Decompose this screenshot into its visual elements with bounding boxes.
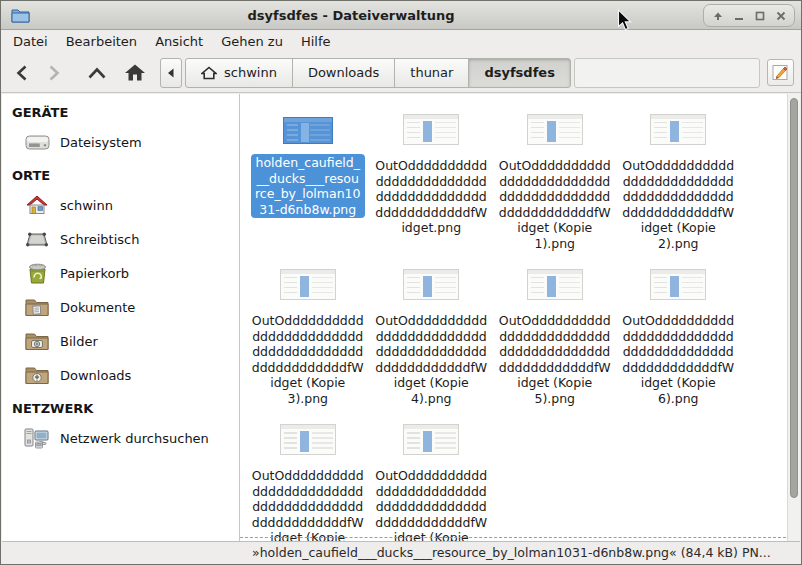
sidebar-header-netzwerk: NETZWERK: [2, 392, 239, 421]
path-button-label: schwinn: [224, 65, 277, 80]
sidebar-item-bilder[interactable]: Bilder: [2, 324, 239, 358]
file-thumbnail[interactable]: [527, 269, 583, 300]
mouse-cursor: [617, 9, 632, 36]
file-item[interactable]: OutOdddddddddd dddddddddddddd dddddddddd…: [370, 412, 494, 541]
pathbar-filler: [574, 58, 760, 88]
sidebar-item-netzwerk-durchsuchen[interactable]: Netzwerk durchsuchen: [2, 421, 239, 455]
network-icon: [24, 426, 50, 450]
home-small-icon: [201, 66, 217, 80]
file-thumbnail[interactable]: [280, 269, 336, 300]
downloads-folder-icon: [24, 363, 50, 387]
window-controls: [703, 4, 795, 27]
sidebar-item-label: Netzwerk durchsuchen: [60, 431, 209, 446]
trash-icon: [24, 261, 50, 285]
file-label: OutOdddddddddd dddddddddddddd dddddddddd…: [375, 468, 487, 541]
path-button-label: Downloads: [308, 65, 379, 80]
file-item[interactable]: OutOdddddddddd dddddddddddddd dddddddddd…: [617, 102, 741, 257]
file-view[interactable]: holden_caufield_ __ducks___resou rce_by_…: [240, 94, 800, 541]
file-label: OutOdddddddddd dddddddddddddd dddddddddd…: [252, 468, 364, 541]
file-thumbnail[interactable]: [527, 114, 583, 145]
menubar: Datei Bearbeiten Ansicht Gehen zu Hilfe: [1, 30, 801, 53]
close-window-button[interactable]: [770, 5, 791, 26]
minimize-window-button[interactable]: [728, 5, 749, 26]
file-item[interactable]: OutOdddddddddd dddddddddddddd dddddddddd…: [246, 257, 370, 412]
file-thumbnail[interactable]: [403, 114, 459, 145]
sidebar-item-label: Downloads: [60, 368, 131, 383]
file-thumbnail[interactable]: [280, 424, 336, 455]
desktop-icon: [24, 227, 50, 251]
scrollbar-thumb[interactable]: [790, 98, 798, 498]
file-item[interactable]: OutOdddddddddd dddddddddddddd dddddddddd…: [617, 257, 741, 412]
back-button[interactable]: [8, 58, 38, 88]
file-label: OutOdddddddddd dddddddddddddd dddddddddd…: [375, 313, 487, 406]
menu-gehen-zu[interactable]: Gehen zu: [212, 30, 292, 53]
sidebar-header-orte: ORTE: [2, 159, 239, 188]
sidebar-item-downloads[interactable]: Downloads: [2, 358, 239, 392]
menu-hilfe[interactable]: Hilfe: [292, 30, 340, 53]
sidebar-item-label: Schreibtisch: [60, 232, 139, 247]
sidebar-item-label: Dokumente: [60, 300, 135, 315]
path-button-home[interactable]: schwinn: [185, 58, 293, 88]
file-thumbnail[interactable]: [650, 114, 706, 145]
file-item[interactable]: OutOdddddddddd dddddddddddddd dddddddddd…: [493, 257, 617, 412]
toolbar: schwinn Downloads thunar dsyfsdfes: [1, 53, 801, 93]
menu-bearbeiten[interactable]: Bearbeiten: [57, 30, 146, 53]
statusbar: »holden_caufield___ducks___resource_by_l…: [2, 541, 800, 563]
file-label: OutOdddddddddd dddddddddddddd dddddddddd…: [622, 313, 734, 406]
titlebar[interactable]: dsyfsdfes - Dateiverwaltung: [1, 1, 801, 30]
file-thumbnail[interactable]: [403, 424, 459, 455]
sidebar-item-label: Bilder: [60, 334, 98, 349]
menu-datei[interactable]: Datei: [4, 30, 57, 53]
sidebar-item-label: Dateisystem: [60, 135, 142, 150]
pathbar: schwinn Downloads thunar dsyfsdfes: [160, 58, 760, 88]
edit-path-button[interactable]: [767, 59, 794, 86]
up-button[interactable]: [82, 58, 112, 88]
window-title: dsyfsdfes - Dateiverwaltung: [1, 1, 701, 30]
path-scroll-left-button[interactable]: [160, 58, 182, 88]
file-manager-window: dsyfsdfes - Dateiverwaltung Datei Bearbe…: [0, 0, 802, 565]
home-icon: [24, 193, 50, 217]
sidebar-item-dokumente[interactable]: Dokumente: [2, 290, 239, 324]
sidebar-item-schreibtisch[interactable]: Schreibtisch: [2, 222, 239, 256]
sidebar-item-dateisystem[interactable]: Dateisystem: [2, 125, 239, 159]
file-item-selected[interactable]: holden_caufield_ __ducks___resou rce_by_…: [246, 102, 370, 257]
sidebar-item-label: Papierkorb: [60, 266, 129, 281]
path-button-thunar[interactable]: thunar: [394, 58, 469, 88]
sidebar-item-schwinn[interactable]: schwinn: [2, 188, 239, 222]
file-thumbnail[interactable]: [403, 269, 459, 300]
file-item[interactable]: OutOdddddddddd dddddddddddddd dddddddddd…: [493, 102, 617, 257]
file-grid: holden_caufield_ __ducks___resou rce_by_…: [246, 102, 740, 541]
file-item[interactable]: OutOdddddddddd dddddddddddddd dddddddddd…: [246, 412, 370, 541]
file-thumbnail[interactable]: [650, 269, 706, 300]
file-label: OutOdddddddddd dddddddddddddd dddddddddd…: [622, 158, 734, 251]
harddisk-icon: [24, 130, 50, 154]
shade-window-button[interactable]: [707, 5, 728, 26]
file-label: holden_caufield_ __ducks___resou rce_by_…: [251, 154, 365, 218]
sidebar: GERÄTE Dateisystem ORTE: [2, 94, 240, 541]
path-button-label: thunar: [410, 65, 453, 80]
file-label: OutOdddddddddd dddddddddddddd dddddddddd…: [499, 313, 611, 406]
path-button-label: dsyfsdfes: [484, 65, 554, 80]
main-area: GERÄTE Dateisystem ORTE: [2, 94, 800, 541]
file-item[interactable]: OutOdddddddddd dddddddddddddd dddddddddd…: [370, 102, 494, 257]
file-label: OutOdddddddddd dddddddddddddd dddddddddd…: [499, 158, 611, 251]
vertical-scrollbar[interactable]: [787, 94, 800, 541]
file-label: OutOdddddddddd dddddddddddddd dddddddddd…: [252, 313, 364, 406]
maximize-window-button[interactable]: [749, 5, 770, 26]
sidebar-item-label: schwinn: [60, 198, 113, 213]
pencil-icon: [772, 64, 789, 81]
sidebar-item-papierkorb[interactable]: Papierkorb: [2, 256, 239, 290]
file-thumbnail[interactable]: [283, 117, 333, 144]
forward-button[interactable]: [38, 58, 68, 88]
path-button-downloads[interactable]: Downloads: [292, 58, 395, 88]
file-item[interactable]: OutOdddddddddd dddddddddddddd dddddddddd…: [370, 257, 494, 412]
path-button-dsyfsdfes[interactable]: dsyfsdfes: [468, 58, 570, 88]
pictures-folder-icon: [24, 329, 50, 353]
selection-dashed-line: [240, 537, 786, 538]
file-label: OutOdddddddddd dddddddddddddd dddddddddd…: [375, 158, 487, 236]
sidebar-header-geraete: GERÄTE: [2, 96, 239, 125]
menu-ansicht[interactable]: Ansicht: [146, 30, 212, 53]
home-button[interactable]: [120, 58, 150, 88]
statusbar-text: »holden_caufield___ducks___resource_by_l…: [2, 542, 800, 563]
documents-folder-icon: [24, 295, 50, 319]
